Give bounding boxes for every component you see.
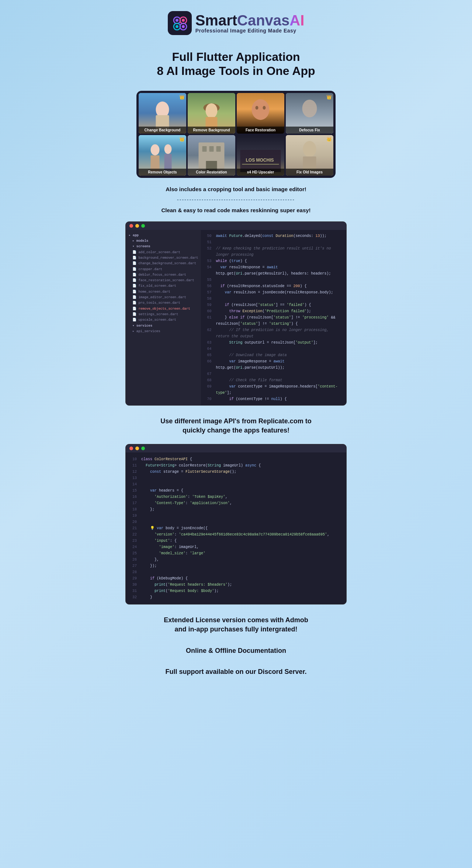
code2-line-32: 32 } [129,594,343,600]
sidebar-settings: 📄 settings_screen.dart [129,312,198,317]
app-grid-container: 👑 Change Background [136,91,336,178]
window-dot-green [141,224,145,228]
code-line-58: 58 [204,296,343,302]
code2-line-31: 31 print('Request body: $body'); [129,588,343,594]
code2-line-23: 23 'input': { [129,538,343,544]
code-line-63: 63 String outputUrl = resultJson['output… [204,340,343,346]
grid-item-color-restoration[interactable]: Color Restoration [188,135,235,176]
code-body-1: ▸ app ▸ models ▾ screens 📄 add_color_scr… [126,230,346,405]
svg-point-12 [182,25,185,28]
code2-line-10: 10 class ColorRestoreAPI { [129,456,343,462]
code-body-2: 10 class ColorRestoreAPI { 11 Future<Str… [126,452,346,604]
svg-point-10 [182,19,185,22]
svg-point-9 [176,19,178,22]
window-dot-green-2 [141,447,145,450]
grid-item-change-background[interactable]: 👑 Change Background [139,93,186,134]
crown-badge-change-background: 👑 [179,94,185,100]
code2-line-12: 12 const storage = FlutterSecureStorage(… [129,469,343,475]
sidebar-services: ▾ services [129,323,198,329]
svg-text:LOS MOCHIS: LOS MOCHIS [246,158,274,163]
sidebar-screens: ▾ screens [129,244,198,249]
code2-line-21: 21 💡 var body = jsonEncode({ [129,525,343,531]
divider: ----------------------------------------… [177,197,295,203]
svg-point-18 [206,103,218,118]
code2-line-18: 18 }; [129,506,343,513]
code-line-52: 52 // Keep checking the prediction resul… [204,245,343,258]
code-line-55: 55 [204,277,343,283]
code2-line-20: 20 [129,519,343,525]
grid-item-face-restoration[interactable]: Face Restoration [237,93,284,134]
svg-point-42 [303,141,316,157]
window-dot-yellow [135,224,139,228]
logo-section: Smart Canvas AI Professional Image Editi… [168,11,305,35]
brand-smart: Smart [195,13,237,28]
also-includes-text: Also includes a cropping tool and basic … [166,186,306,192]
grid-label-upscaler: x4 HD Upscaler [237,169,284,176]
sidebar-add-color: 📄 add_color_screen.dart [129,250,198,255]
code-line-50: 50 await Future.delayed(const Duration(s… [204,233,343,239]
logo-icon [168,11,192,35]
crown-badge-remove-objects: 👑 [179,137,185,142]
svg-point-22 [256,106,258,110]
window-dot-yellow-2 [135,447,139,450]
code2-line-11: 11 Future<String> colorRestore(String im… [129,462,343,469]
code2-line-19: 19 [129,513,343,519]
grid-label-fix-old-images: Fix Old Images [286,169,333,176]
brand-tagline: Professional Image Editing Made Easy [195,28,296,34]
svg-point-29 [164,144,172,154]
grid-item-fix-old-images[interactable]: 👑 Fix Old Images [286,135,333,176]
sidebar-cropper: 📄 cropper.dart [129,267,198,272]
grid-item-remove-background[interactable]: Remove Background [188,93,235,134]
code-line-59: 59 if (resultJson['status'] == 'failed')… [204,302,343,308]
code-line-66: 66 var imageResponse = await http.get(Ur… [204,358,343,371]
sidebar-models: ▸ models [129,238,198,244]
api-description: Use different image API's from Replicate… [160,417,312,435]
sidebar-bg-remover: 📄 background_remover_screen.dart [129,255,198,261]
svg-point-14 [156,101,169,118]
svg-rect-34 [209,146,214,152]
grid-item-remove-objects[interactable]: 👑 Remove Objects [139,135,186,176]
grid-label-color-restoration: Color Restoration [188,169,235,176]
grid-item-defocus-fix[interactable]: 👑 Defocus Fix [286,93,333,134]
brand-name-row: Smart Canvas AI [195,13,305,28]
svg-point-21 [252,99,270,120]
code2-line-13: 13 [129,475,343,481]
clean-code-text: Clean & easy to read code makes reskinni… [161,207,310,213]
grid-label-remove-background: Remove Background [188,127,235,134]
svg-point-27 [151,144,160,155]
code-line-68: 68 // Check the file format [204,377,343,383]
code2-line-16: 16 'Authorization': 'Token $apiKey', [129,494,343,500]
code-line-53: 53 while (true) { [204,258,343,264]
sidebar-pro-tools: 📄 pro_tools_screen.dart [129,300,198,306]
code-line-70: 70 if (contentType != null) { [204,396,343,402]
code2-line-14: 14 [129,481,343,488]
code-main-1: 50 await Future.delayed(const Duration(s… [201,230,346,405]
code2-line-17: 17 'Content-Type': 'application/json', [129,500,343,506]
window-dot-red [129,224,133,228]
svg-point-11 [176,25,178,28]
code-header-1 [126,222,346,230]
sidebar-remove-objects: 📄 remove_objects_screen.dart [129,306,198,312]
sidebar-change-bg: 📄 change_background_screen.dart [129,261,198,266]
headline-line1: Full Flutter Application [157,50,315,64]
code-line-69: 69 var contentType = imageResponse.heade… [204,383,343,396]
code-sidebar-1: ▸ app ▸ models ▾ screens 📄 add_color_scr… [126,230,201,405]
svg-rect-32 [199,142,225,172]
svg-point-17 [204,103,220,112]
brand-ai: AI [289,13,304,28]
logo-wrap: Smart Canvas AI Professional Image Editi… [168,11,305,35]
extended-license-text: Extended License version comes with Admo… [164,616,308,634]
code-screenshot-1: ▸ app ▸ models ▾ screens 📄 add_color_scr… [125,221,347,406]
svg-point-25 [302,100,317,117]
code-line-67: 67 [204,371,343,377]
sidebar-home: 📄 home_screen.dart [129,289,198,295]
page-wrapper: Smart Canvas AI Professional Image Editi… [88,0,384,697]
code-main-2: 10 class ColorRestoreAPI { 11 Future<Str… [126,452,346,604]
grid-item-upscaler[interactable]: LOS MOCHIS x4 HD Upscaler [237,135,284,176]
code2-line-30: 30 print('Request headers: $headers'); [129,582,343,588]
sidebar-fix-old: 📄 fix_old_screen.dart [129,283,198,289]
sidebar-upscale: 📄 upscale_screen.dart [129,317,198,323]
code2-line-26: 26 }, [129,557,343,563]
code-line-64: 64 [204,346,343,352]
svg-point-23 [263,106,266,110]
